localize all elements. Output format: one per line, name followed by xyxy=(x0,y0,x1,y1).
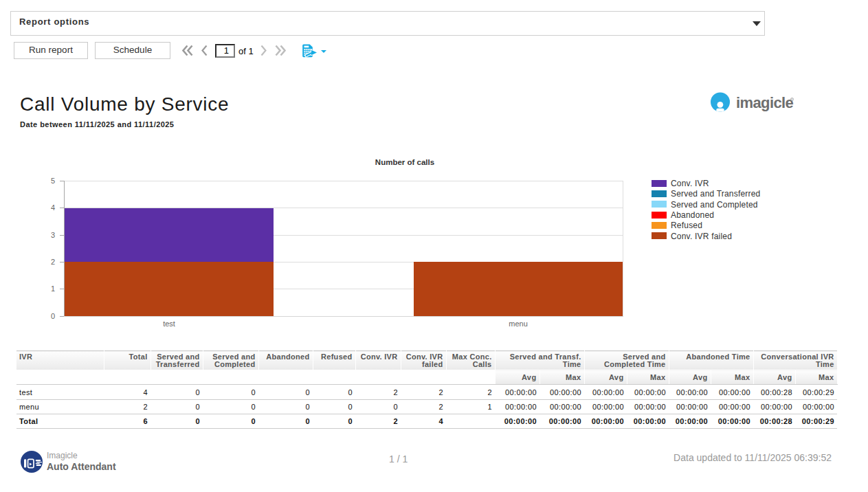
svg-text:R: R xyxy=(791,98,793,101)
svg-text:imagicle: imagicle xyxy=(736,94,794,111)
